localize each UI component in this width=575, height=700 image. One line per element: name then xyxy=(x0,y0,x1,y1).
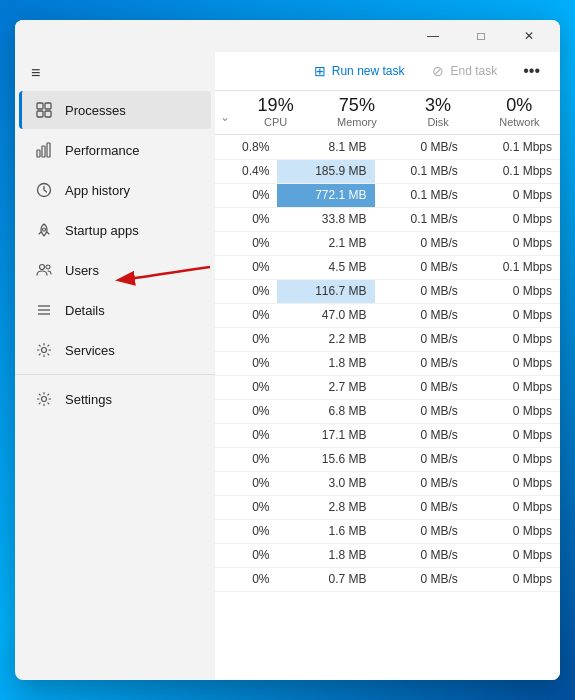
cpu-label: CPU xyxy=(264,116,287,130)
svg-point-9 xyxy=(40,265,45,270)
end-task-icon: ⊘ xyxy=(432,63,444,79)
hamburger-menu[interactable]: ≡ xyxy=(15,56,215,90)
sidebar: ≡ Processes xyxy=(15,52,215,427)
svg-rect-2 xyxy=(37,111,43,117)
process-table-container[interactable]: 0.8%8.1 MB0 MB/s0.1 Mbps0.4%185.9 MB0.1 … xyxy=(215,135,560,680)
memory-stat: 75% Memory xyxy=(316,95,397,130)
sidebar-label-details: Details xyxy=(65,303,105,318)
sidebar-label-processes: Processes xyxy=(65,103,126,118)
table-row[interactable]: 0%17.1 MB0 MB/s0 Mbps xyxy=(215,423,560,447)
svg-point-14 xyxy=(42,348,47,353)
run-new-task-button[interactable]: ⊞ Run new task xyxy=(304,58,415,84)
table-row[interactable]: 0%2.7 MB0 MB/s0 Mbps xyxy=(215,375,560,399)
cpu-stat: 19% CPU xyxy=(235,95,316,130)
table-row[interactable]: 0%2.8 MB0 MB/s0 Mbps xyxy=(215,495,560,519)
titlebar-buttons: — □ ✕ xyxy=(410,22,552,50)
minimize-button[interactable]: — xyxy=(410,22,456,50)
svg-point-10 xyxy=(46,265,50,269)
sidebar-item-settings[interactable]: Settings xyxy=(19,380,211,418)
settings-gear-icon xyxy=(35,390,53,408)
grid-icon xyxy=(35,101,53,119)
sidebar-item-performance[interactable]: Performance xyxy=(19,131,211,169)
sidebar-item-details[interactable]: Details xyxy=(19,291,211,329)
memory-label: Memory xyxy=(337,116,377,130)
sidebar-label-app-history: App history xyxy=(65,183,130,198)
svg-rect-4 xyxy=(37,150,40,157)
close-button[interactable]: ✕ xyxy=(506,22,552,50)
table-row[interactable]: 0%15.6 MB0 MB/s0 Mbps xyxy=(215,447,560,471)
table-row[interactable]: 0%33.8 MB0.1 MB/s0 Mbps xyxy=(215,207,560,231)
process-table: 0.8%8.1 MB0 MB/s0.1 Mbps0.4%185.9 MB0.1 … xyxy=(215,135,560,592)
table-row[interactable]: 0.8%8.1 MB0 MB/s0.1 Mbps xyxy=(215,135,560,159)
svg-rect-1 xyxy=(45,103,51,109)
gear-icon xyxy=(35,341,53,359)
stats-header: ⌄ 19% CPU 75% Memory 3% Disk 0% Network xyxy=(215,91,560,135)
table-row[interactable]: 0%1.8 MB0 MB/s0 Mbps xyxy=(215,543,560,567)
table-row[interactable]: 0%772.1 MB0.1 MB/s0 Mbps xyxy=(215,183,560,207)
sidebar-item-startup-apps[interactable]: Startup apps xyxy=(19,211,211,249)
table-row[interactable]: 0%1.8 MB0 MB/s0 Mbps xyxy=(215,351,560,375)
svg-point-8 xyxy=(43,228,46,231)
table-row[interactable]: 0%1.6 MB0 MB/s0 Mbps xyxy=(215,519,560,543)
rocket-icon xyxy=(35,221,53,239)
table-row[interactable]: 0%4.5 MB0 MB/s0.1 Mbps xyxy=(215,255,560,279)
run-task-label: Run new task xyxy=(332,64,405,78)
titlebar: — □ ✕ xyxy=(15,20,560,52)
table-row[interactable]: 0%0.7 MB0 MB/s0 Mbps xyxy=(215,567,560,591)
sidebar-label-services: Services xyxy=(65,343,115,358)
table-row[interactable]: 0.4%185.9 MB0.1 MB/s0.1 Mbps xyxy=(215,159,560,183)
sidebar-item-services[interactable]: Services xyxy=(19,331,211,369)
content-area: ≡ Processes xyxy=(15,52,560,680)
sidebar-label-users: Users xyxy=(65,263,99,278)
table-row[interactable]: 0%2.2 MB0 MB/s0 Mbps xyxy=(215,327,560,351)
toolbar: ⊞ Run new task ⊘ End task ••• xyxy=(215,52,560,91)
table-row[interactable]: 0%47.0 MB0 MB/s0 Mbps xyxy=(215,303,560,327)
sidebar-label-performance: Performance xyxy=(65,143,139,158)
sidebar-item-processes[interactable]: Processes xyxy=(19,91,211,129)
memory-percent: 75% xyxy=(339,95,375,116)
sidebar-label-settings: Settings xyxy=(65,392,112,407)
network-percent: 0% xyxy=(506,95,532,116)
clock-icon xyxy=(35,181,53,199)
chart-icon xyxy=(35,141,53,159)
sidebar-item-users[interactable]: Users xyxy=(19,251,211,289)
svg-rect-0 xyxy=(37,103,43,109)
chevron-down-icon[interactable]: ⌄ xyxy=(215,110,235,130)
table-row[interactable]: 0%6.8 MB0 MB/s0 Mbps xyxy=(215,399,560,423)
run-task-icon: ⊞ xyxy=(314,63,326,79)
sidebar-item-app-history[interactable]: App history xyxy=(19,171,211,209)
table-row[interactable]: 0%116.7 MB0 MB/s0 Mbps xyxy=(215,279,560,303)
svg-rect-5 xyxy=(42,146,45,157)
maximize-button[interactable]: □ xyxy=(458,22,504,50)
task-manager-window: — □ ✕ ≡ Processes xyxy=(15,20,560,680)
table-row[interactable]: 0%3.0 MB0 MB/s0 Mbps xyxy=(215,471,560,495)
cpu-percent: 19% xyxy=(258,95,294,116)
sidebar-bottom: Settings xyxy=(15,374,215,423)
table-row[interactable]: 0%2.1 MB0 MB/s0 Mbps xyxy=(215,231,560,255)
disk-stat: 3% Disk xyxy=(398,95,479,130)
sidebar-label-startup-apps: Startup apps xyxy=(65,223,139,238)
list-icon xyxy=(35,301,53,319)
svg-point-15 xyxy=(42,397,47,402)
disk-label: Disk xyxy=(427,116,448,130)
end-task-label: End task xyxy=(450,64,497,78)
network-label: Network xyxy=(499,116,539,130)
more-options-button[interactable]: ••• xyxy=(515,58,548,84)
svg-rect-6 xyxy=(47,143,50,157)
main-content: ⊞ Run new task ⊘ End task ••• ⌄ 19% CPU … xyxy=(215,52,560,680)
svg-rect-3 xyxy=(45,111,51,117)
users-icon xyxy=(35,261,53,279)
end-task-button[interactable]: ⊘ End task xyxy=(422,58,507,84)
disk-percent: 3% xyxy=(425,95,451,116)
network-stat: 0% Network xyxy=(479,95,560,130)
